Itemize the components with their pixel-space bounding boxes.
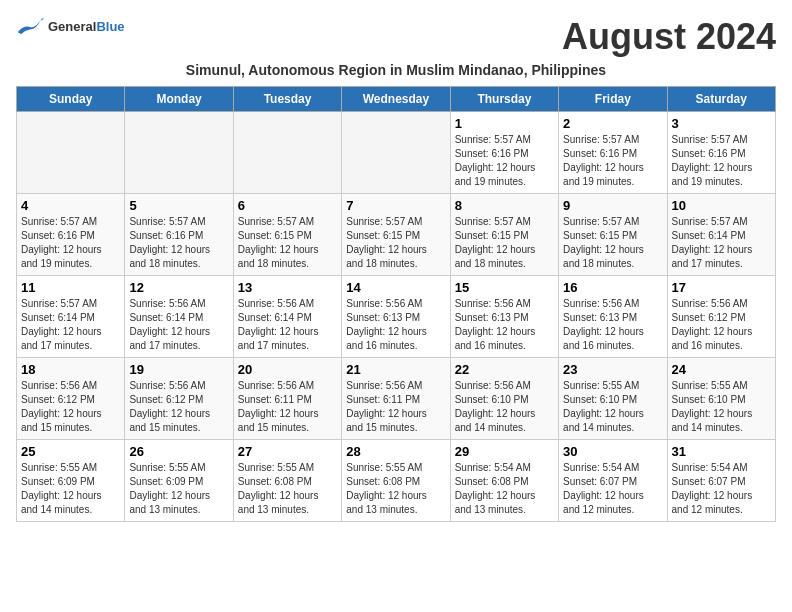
day-detail: Sunrise: 5:57 AM Sunset: 6:15 PM Dayligh… xyxy=(346,215,445,271)
day-detail: Sunrise: 5:55 AM Sunset: 6:08 PM Dayligh… xyxy=(346,461,445,517)
calendar-cell: 27Sunrise: 5:55 AM Sunset: 6:08 PM Dayli… xyxy=(233,440,341,522)
day-number: 16 xyxy=(563,280,662,295)
calendar-cell: 11Sunrise: 5:57 AM Sunset: 6:14 PM Dayli… xyxy=(17,276,125,358)
calendar-cell: 23Sunrise: 5:55 AM Sunset: 6:10 PM Dayli… xyxy=(559,358,667,440)
day-detail: Sunrise: 5:54 AM Sunset: 6:07 PM Dayligh… xyxy=(563,461,662,517)
day-number: 13 xyxy=(238,280,337,295)
weekday-header-saturday: Saturday xyxy=(667,87,775,112)
calendar-cell: 19Sunrise: 5:56 AM Sunset: 6:12 PM Dayli… xyxy=(125,358,233,440)
day-detail: Sunrise: 5:56 AM Sunset: 6:12 PM Dayligh… xyxy=(672,297,771,353)
calendar-cell: 12Sunrise: 5:56 AM Sunset: 6:14 PM Dayli… xyxy=(125,276,233,358)
day-number: 19 xyxy=(129,362,228,377)
day-number: 20 xyxy=(238,362,337,377)
day-number: 4 xyxy=(21,198,120,213)
calendar-cell: 1Sunrise: 5:57 AM Sunset: 6:16 PM Daylig… xyxy=(450,112,558,194)
day-detail: Sunrise: 5:56 AM Sunset: 6:14 PM Dayligh… xyxy=(129,297,228,353)
calendar-cell: 14Sunrise: 5:56 AM Sunset: 6:13 PM Dayli… xyxy=(342,276,450,358)
day-number: 6 xyxy=(238,198,337,213)
calendar-cell xyxy=(125,112,233,194)
weekday-header-monday: Monday xyxy=(125,87,233,112)
calendar-cell: 5Sunrise: 5:57 AM Sunset: 6:16 PM Daylig… xyxy=(125,194,233,276)
day-detail: Sunrise: 5:55 AM Sunset: 6:10 PM Dayligh… xyxy=(672,379,771,435)
weekday-header-wednesday: Wednesday xyxy=(342,87,450,112)
calendar-cell xyxy=(342,112,450,194)
calendar-cell: 4Sunrise: 5:57 AM Sunset: 6:16 PM Daylig… xyxy=(17,194,125,276)
day-number: 7 xyxy=(346,198,445,213)
day-number: 21 xyxy=(346,362,445,377)
day-detail: Sunrise: 5:54 AM Sunset: 6:08 PM Dayligh… xyxy=(455,461,554,517)
logo: General Blue xyxy=(16,16,125,36)
day-detail: Sunrise: 5:57 AM Sunset: 6:16 PM Dayligh… xyxy=(21,215,120,271)
day-detail: Sunrise: 5:54 AM Sunset: 6:07 PM Dayligh… xyxy=(672,461,771,517)
day-detail: Sunrise: 5:55 AM Sunset: 6:09 PM Dayligh… xyxy=(21,461,120,517)
day-detail: Sunrise: 5:57 AM Sunset: 6:14 PM Dayligh… xyxy=(672,215,771,271)
day-detail: Sunrise: 5:56 AM Sunset: 6:11 PM Dayligh… xyxy=(238,379,337,435)
day-detail: Sunrise: 5:56 AM Sunset: 6:12 PM Dayligh… xyxy=(21,379,120,435)
calendar-cell: 8Sunrise: 5:57 AM Sunset: 6:15 PM Daylig… xyxy=(450,194,558,276)
day-detail: Sunrise: 5:55 AM Sunset: 6:10 PM Dayligh… xyxy=(563,379,662,435)
day-number: 26 xyxy=(129,444,228,459)
day-detail: Sunrise: 5:57 AM Sunset: 6:16 PM Dayligh… xyxy=(563,133,662,189)
calendar-cell: 18Sunrise: 5:56 AM Sunset: 6:12 PM Dayli… xyxy=(17,358,125,440)
day-number: 23 xyxy=(563,362,662,377)
day-detail: Sunrise: 5:57 AM Sunset: 6:16 PM Dayligh… xyxy=(455,133,554,189)
day-number: 2 xyxy=(563,116,662,131)
day-number: 3 xyxy=(672,116,771,131)
day-detail: Sunrise: 5:56 AM Sunset: 6:11 PM Dayligh… xyxy=(346,379,445,435)
day-number: 8 xyxy=(455,198,554,213)
calendar-cell: 9Sunrise: 5:57 AM Sunset: 6:15 PM Daylig… xyxy=(559,194,667,276)
day-number: 9 xyxy=(563,198,662,213)
calendar-cell xyxy=(233,112,341,194)
calendar-cell: 15Sunrise: 5:56 AM Sunset: 6:13 PM Dayli… xyxy=(450,276,558,358)
calendar-cell: 25Sunrise: 5:55 AM Sunset: 6:09 PM Dayli… xyxy=(17,440,125,522)
day-number: 1 xyxy=(455,116,554,131)
calendar-cell: 31Sunrise: 5:54 AM Sunset: 6:07 PM Dayli… xyxy=(667,440,775,522)
day-detail: Sunrise: 5:57 AM Sunset: 6:16 PM Dayligh… xyxy=(129,215,228,271)
day-number: 22 xyxy=(455,362,554,377)
calendar-cell: 22Sunrise: 5:56 AM Sunset: 6:10 PM Dayli… xyxy=(450,358,558,440)
day-number: 29 xyxy=(455,444,554,459)
calendar-cell xyxy=(17,112,125,194)
day-number: 12 xyxy=(129,280,228,295)
day-detail: Sunrise: 5:57 AM Sunset: 6:15 PM Dayligh… xyxy=(455,215,554,271)
calendar-cell: 30Sunrise: 5:54 AM Sunset: 6:07 PM Dayli… xyxy=(559,440,667,522)
day-number: 5 xyxy=(129,198,228,213)
weekday-header-friday: Friday xyxy=(559,87,667,112)
day-detail: Sunrise: 5:56 AM Sunset: 6:13 PM Dayligh… xyxy=(563,297,662,353)
page-subtitle: Simunul, Autonomous Region in Muslim Min… xyxy=(16,62,776,78)
calendar-cell: 28Sunrise: 5:55 AM Sunset: 6:08 PM Dayli… xyxy=(342,440,450,522)
logo-blue: Blue xyxy=(96,19,124,34)
day-detail: Sunrise: 5:56 AM Sunset: 6:12 PM Dayligh… xyxy=(129,379,228,435)
day-number: 30 xyxy=(563,444,662,459)
day-number: 28 xyxy=(346,444,445,459)
calendar-cell: 3Sunrise: 5:57 AM Sunset: 6:16 PM Daylig… xyxy=(667,112,775,194)
day-number: 25 xyxy=(21,444,120,459)
calendar-cell: 13Sunrise: 5:56 AM Sunset: 6:14 PM Dayli… xyxy=(233,276,341,358)
calendar-cell: 24Sunrise: 5:55 AM Sunset: 6:10 PM Dayli… xyxy=(667,358,775,440)
day-detail: Sunrise: 5:57 AM Sunset: 6:15 PM Dayligh… xyxy=(563,215,662,271)
day-detail: Sunrise: 5:56 AM Sunset: 6:13 PM Dayligh… xyxy=(455,297,554,353)
weekday-header-sunday: Sunday xyxy=(17,87,125,112)
day-detail: Sunrise: 5:56 AM Sunset: 6:14 PM Dayligh… xyxy=(238,297,337,353)
day-detail: Sunrise: 5:56 AM Sunset: 6:13 PM Dayligh… xyxy=(346,297,445,353)
calendar-cell: 20Sunrise: 5:56 AM Sunset: 6:11 PM Dayli… xyxy=(233,358,341,440)
day-number: 14 xyxy=(346,280,445,295)
calendar-cell: 7Sunrise: 5:57 AM Sunset: 6:15 PM Daylig… xyxy=(342,194,450,276)
day-number: 24 xyxy=(672,362,771,377)
calendar-cell: 16Sunrise: 5:56 AM Sunset: 6:13 PM Dayli… xyxy=(559,276,667,358)
day-number: 27 xyxy=(238,444,337,459)
day-detail: Sunrise: 5:55 AM Sunset: 6:08 PM Dayligh… xyxy=(238,461,337,517)
page-title: August 2024 xyxy=(562,16,776,58)
calendar-cell: 6Sunrise: 5:57 AM Sunset: 6:15 PM Daylig… xyxy=(233,194,341,276)
day-number: 15 xyxy=(455,280,554,295)
weekday-header-thursday: Thursday xyxy=(450,87,558,112)
logo-icon xyxy=(16,16,44,36)
weekday-header-tuesday: Tuesday xyxy=(233,87,341,112)
day-detail: Sunrise: 5:57 AM Sunset: 6:14 PM Dayligh… xyxy=(21,297,120,353)
day-number: 31 xyxy=(672,444,771,459)
calendar-cell: 17Sunrise: 5:56 AM Sunset: 6:12 PM Dayli… xyxy=(667,276,775,358)
calendar-cell: 10Sunrise: 5:57 AM Sunset: 6:14 PM Dayli… xyxy=(667,194,775,276)
day-detail: Sunrise: 5:56 AM Sunset: 6:10 PM Dayligh… xyxy=(455,379,554,435)
calendar-cell: 26Sunrise: 5:55 AM Sunset: 6:09 PM Dayli… xyxy=(125,440,233,522)
calendar-cell: 21Sunrise: 5:56 AM Sunset: 6:11 PM Dayli… xyxy=(342,358,450,440)
